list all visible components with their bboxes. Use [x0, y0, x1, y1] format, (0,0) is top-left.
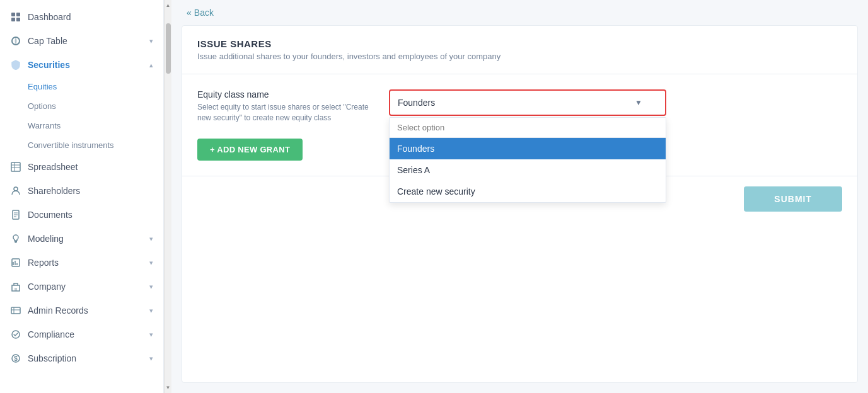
sidebar-item-company[interactable]: Company ▾ [0, 275, 163, 299]
shield-icon [10, 59, 21, 71]
chevron-down-icon: ▾ [149, 331, 153, 339]
report-icon [10, 257, 21, 268]
sidebar-item-shareholders[interactable]: Shareholders [0, 179, 163, 203]
add-new-grant-button[interactable]: + ADD NEW GRANT [197, 139, 303, 161]
chevron-down-icon: ▾ [149, 307, 153, 315]
svg-point-9 [14, 187, 18, 191]
equity-class-dropdown: Founders Series A Create new security [389, 117, 666, 203]
dropdown-option-create-new[interactable]: Create new security [390, 181, 666, 202]
grid-icon [10, 11, 21, 23]
main-content: « Back ISSUE SHARES Issue additional sha… [171, 0, 868, 393]
sidebar-item-label: Subscription [28, 353, 76, 363]
compliance-icon [10, 329, 21, 340]
svg-rect-3 [16, 18, 20, 21]
equity-class-row: Equity class name Select equity to start… [197, 89, 842, 123]
back-navigation: « Back [171, 0, 868, 25]
select-caret-icon: ▼ [635, 98, 642, 107]
person-icon [10, 185, 21, 196]
equity-class-label-area: Equity class name Select equity to start… [197, 89, 374, 123]
submit-button[interactable]: SUBMIT [744, 186, 842, 212]
back-link[interactable]: « Back [187, 8, 214, 18]
subscription-icon: $ [10, 353, 21, 364]
sidebar-item-securities[interactable]: Securities ▴ [0, 53, 163, 77]
sidebar-item-modeling[interactable]: Modeling ▾ [0, 227, 163, 251]
sidebar-item-documents[interactable]: Documents [0, 203, 163, 227]
sidebar-sub-item-warrants[interactable]: Warrants [0, 116, 163, 135]
svg-rect-22 [11, 307, 20, 314]
equity-class-select[interactable]: Founders ▼ [389, 89, 666, 116]
equity-class-field-control: Founders ▼ Founders Series A [389, 89, 842, 116]
sidebar-item-label: Dashboard [28, 12, 71, 22]
sidebar-item-label: Cap Table [28, 36, 67, 46]
svg-text:$: $ [14, 355, 18, 362]
scroll-track: ▲ ▼ [164, 0, 171, 393]
sidebar-item-label: Securities [28, 60, 70, 70]
sidebar-item-label: Shareholders [28, 186, 80, 196]
sidebar-item-compliance[interactable]: Compliance ▾ [0, 322, 163, 346]
form-header: ISSUE SHARES Issue additional shares to … [182, 26, 857, 74]
equity-class-select-wrapper: Founders ▼ Founders Series A [389, 89, 842, 116]
scroll-thumb[interactable] [166, 23, 171, 74]
chevron-down-icon: ▾ [149, 259, 153, 267]
select-value: Founders [398, 98, 435, 108]
sidebar-item-label: Compliance [28, 329, 74, 339]
sidebar: Dashboard Cap Table ▾ Securities ▴ Equit… [0, 0, 164, 393]
dropdown-search-input[interactable] [390, 118, 666, 138]
equity-class-description: Select equity to start issue shares or s… [197, 102, 374, 123]
scroll-up-arrow[interactable]: ▲ [163, 0, 173, 11]
chevron-up-icon: ▴ [149, 61, 153, 69]
svg-rect-5 [11, 162, 20, 171]
sidebar-item-label: Spreadsheet [28, 162, 78, 172]
document-icon [10, 209, 21, 220]
spreadsheet-icon [10, 161, 21, 173]
chevron-down-icon: ▾ [149, 235, 153, 243]
sidebar-item-label: Admin Records [28, 305, 88, 316]
company-icon [10, 281, 21, 292]
sidebar-sub-item-options[interactable]: Options [0, 96, 163, 116]
back-chevron-icon: « [187, 8, 192, 18]
svg-rect-1 [16, 13, 20, 16]
sidebar-sub-item-convertible[interactable]: Convertible instruments [0, 135, 163, 155]
sidebar-sub-item-equities[interactable]: Equities [0, 77, 163, 96]
svg-rect-2 [11, 18, 15, 21]
form-title: ISSUE SHARES [197, 38, 842, 49]
equity-class-label: Equity class name [197, 89, 374, 100]
sidebar-item-subscription[interactable]: $ Subscription ▾ [0, 346, 163, 370]
svg-rect-21 [14, 288, 17, 291]
dropdown-option-series-a[interactable]: Series A [390, 159, 666, 181]
sidebar-item-label: Documents [28, 210, 72, 220]
form-subtitle: Issue additional shares to your founders… [197, 52, 842, 61]
form-container: ISSUE SHARES Issue additional shares to … [182, 25, 858, 383]
sidebar-item-cap-table[interactable]: Cap Table ▾ [0, 29, 163, 53]
dropdown-option-founders[interactable]: Founders [390, 138, 666, 159]
svg-rect-0 [11, 13, 15, 16]
scroll-down-arrow[interactable]: ▼ [163, 382, 173, 393]
sidebar-item-label: Reports [28, 258, 59, 268]
sidebar-item-label: Modeling [28, 234, 64, 244]
sidebar-item-reports[interactable]: Reports ▾ [0, 251, 163, 275]
chevron-down-icon: ▾ [149, 283, 153, 291]
sidebar-item-spreadsheet[interactable]: Spreadsheet [0, 155, 163, 179]
form-body: Equity class name Select equity to start… [182, 74, 857, 176]
sidebar-item-dashboard[interactable]: Dashboard [0, 5, 163, 29]
table-icon [10, 35, 21, 47]
admin-icon [10, 305, 21, 316]
lightbulb-icon [10, 233, 21, 244]
sidebar-item-admin-records[interactable]: Admin Records ▾ [0, 299, 163, 322]
chevron-down-icon: ▾ [149, 37, 153, 45]
chevron-down-icon: ▾ [149, 355, 153, 363]
sidebar-item-label: Company [28, 282, 66, 292]
